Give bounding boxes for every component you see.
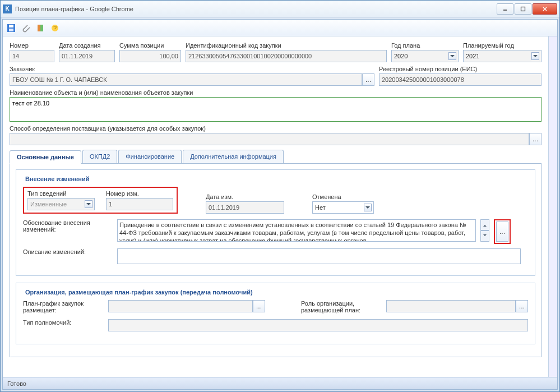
method-lookup-button[interactable]: … xyxy=(529,133,542,145)
toolbar: ? xyxy=(3,20,557,36)
svg-rect-8 xyxy=(40,25,43,31)
minimize-button[interactable] xyxy=(497,3,513,15)
reg-label: Реестровый номер позиции (ЕИС) xyxy=(379,66,542,72)
auth-label: Тип полномочий: xyxy=(23,319,101,326)
sum-label: Сумма позиции xyxy=(119,42,181,49)
svg-rect-7 xyxy=(38,25,40,31)
spin-up-button[interactable] xyxy=(480,219,489,230)
svg-rect-5 xyxy=(9,25,13,27)
tabs: Основные данные ОКПД2 Финансирование Доп… xyxy=(10,150,542,164)
changes-legend: Внесение изменений xyxy=(23,176,92,182)
tab-okpd2[interactable]: ОКПД2 xyxy=(82,150,117,163)
place-input xyxy=(108,300,253,312)
tab-main[interactable]: Основные данные xyxy=(10,150,81,164)
statusbar: Готово xyxy=(3,377,557,389)
help-icon[interactable]: ? xyxy=(50,23,60,33)
chg-date-input xyxy=(206,201,284,214)
method-label: Способ определения поставщика (указывает… xyxy=(10,125,542,132)
cancel-select[interactable]: Нет xyxy=(312,201,374,214)
org-legend: Организация, размещающая план-график зак… xyxy=(23,289,255,296)
obj-textarea[interactable]: тест от 28.10 xyxy=(10,97,542,122)
type-select[interactable]: Измененные xyxy=(27,198,95,210)
tab-extra[interactable]: Дополнительная информация xyxy=(183,150,284,163)
type-label: Тип сведений xyxy=(27,190,95,197)
reason-label: Обоснование внесения изменений: xyxy=(23,219,113,233)
customer-input xyxy=(10,73,362,86)
spin-down-button[interactable] xyxy=(480,230,489,242)
status-text: Готово xyxy=(7,380,26,387)
tab-finance[interactable]: Финансирование xyxy=(118,150,182,163)
app-window: K Позиция плана-графика - Google Chrome … xyxy=(0,0,560,392)
ikz-label: Идентификационный код закупки xyxy=(186,42,387,49)
desc-label: Описание изменений: xyxy=(23,248,113,255)
plan-year-select[interactable]: 2021 xyxy=(463,50,542,62)
chg-num-label: Номер изм. xyxy=(106,190,173,197)
date-input xyxy=(59,50,115,62)
role-label: Роль организации, размещающей план: xyxy=(301,300,379,313)
method-input xyxy=(10,133,529,145)
role-lookup-button[interactable]: … xyxy=(516,300,528,312)
org-fieldset: Организация, размещающая план-график зак… xyxy=(16,283,535,344)
place-lookup-button[interactable]: … xyxy=(253,300,265,312)
num-label: Номер xyxy=(10,42,54,49)
reason-textarea: Приведение в соответствие в связи с изме… xyxy=(117,219,476,242)
year-select[interactable]: 2020 xyxy=(391,50,459,62)
obj-label: Наименование объекта и (или) наименовани… xyxy=(10,89,542,96)
place-label: План-график закупок размещает: xyxy=(23,300,101,313)
highlight-box: Тип сведений Измененные Номер изм. xyxy=(23,187,178,214)
desc-textarea[interactable] xyxy=(117,248,521,264)
book-icon[interactable] xyxy=(35,23,45,33)
date-label: Дата создания xyxy=(59,42,115,49)
plan-year-label: Планируемый год xyxy=(463,42,542,49)
close-button[interactable] xyxy=(533,3,557,15)
body-area: Номер Дата создания Сумма позиции И xyxy=(3,36,548,377)
reason-lookup-button[interactable]: … xyxy=(496,222,508,242)
tab-pane-main: Внесение изменений Тип сведений Измененн… xyxy=(10,164,542,357)
scrollbar[interactable] xyxy=(548,36,557,377)
year-label: Год плана xyxy=(391,42,459,49)
attach-icon[interactable] xyxy=(21,23,31,33)
customer-lookup-button[interactable]: … xyxy=(362,73,374,86)
svg-rect-1 xyxy=(521,7,525,11)
reg-input xyxy=(379,73,542,86)
chg-date-label: Дата изм. xyxy=(206,193,284,200)
window-title: Позиция плана-графика - Google Chrome xyxy=(15,6,497,12)
svg-text:?: ? xyxy=(53,25,57,31)
num-input xyxy=(10,50,54,62)
customer-label: Заказчик xyxy=(10,66,374,72)
auth-input xyxy=(108,319,528,331)
save-icon[interactable] xyxy=(6,23,16,33)
app-icon: K xyxy=(3,4,12,13)
ikz-input xyxy=(186,50,387,62)
chg-num-input xyxy=(106,198,173,210)
maximize-button[interactable] xyxy=(515,3,531,15)
changes-fieldset: Внесение изменений Тип сведений Измененн… xyxy=(16,169,535,276)
svg-rect-6 xyxy=(9,29,13,31)
sum-input xyxy=(119,50,181,62)
cancel-label: Отменена xyxy=(312,193,374,200)
titlebar: K Позиция плана-графика - Google Chrome xyxy=(1,1,559,17)
role-input xyxy=(386,300,516,312)
